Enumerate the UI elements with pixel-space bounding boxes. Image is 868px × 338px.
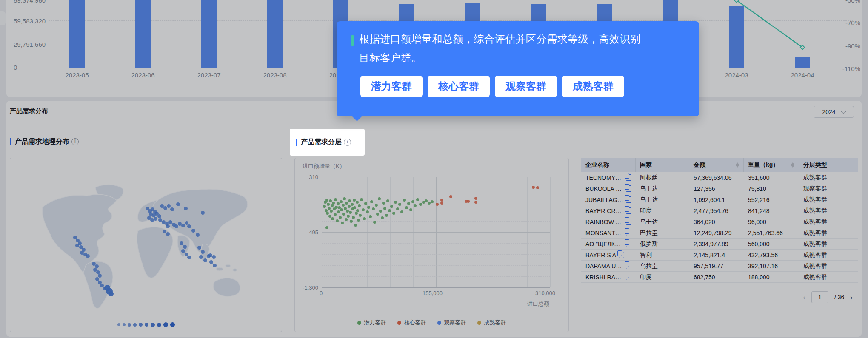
guide-spotlight-scatter-title: 产品需求分层 i	[290, 129, 365, 156]
guide-tooltip: 根据进口额增量和总额，综合评估并区分需求等级，高效识别目标客户群。 潜力客群核心…	[337, 21, 699, 116]
tooltip-buttons: 潜力客群核心客群观察客群成熟客群	[360, 76, 624, 97]
scatter-panel-title-text: 产品需求分层	[301, 138, 342, 147]
tooltip-arrow	[352, 116, 362, 121]
dashboard-page: 89,374,98059,583,32029,791,6600 -50%-70%…	[0, 0, 868, 338]
segment-button-潜力客群[interactable]: 潜力客群	[360, 76, 423, 97]
segment-button-观察客群[interactable]: 观察客群	[495, 76, 557, 97]
info-icon[interactable]: i	[344, 139, 351, 146]
segment-button-核心客群[interactable]: 核心客群	[428, 76, 490, 97]
tooltip-accent-bar	[351, 35, 354, 46]
title-accent-bar	[296, 139, 297, 146]
tooltip-text: 根据进口额增量和总额，综合评估并区分需求等级，高效识别目标客户群。	[359, 30, 643, 67]
segment-button-成熟客群[interactable]: 成熟客群	[562, 76, 624, 97]
